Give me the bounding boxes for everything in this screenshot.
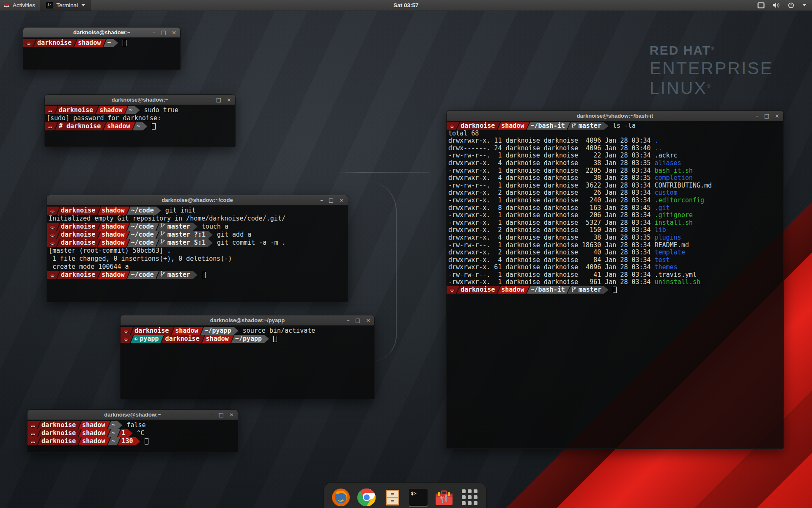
window-titlebar[interactable]: darknoise@shadow:~–□×: [23, 28, 180, 38]
maximize-button[interactable]: □: [161, 30, 166, 35]
close-button[interactable]: ×: [775, 113, 779, 119]
dock-item-files[interactable]: [383, 488, 402, 507]
close-button[interactable]: ×: [227, 97, 231, 102]
dock-item-terminal[interactable]: $>: [409, 488, 428, 507]
power-icon[interactable]: [788, 2, 794, 8]
terminal-output-line: -rwxrwxr-x. 1 darknoise darknoise 240 Ja…: [447, 197, 783, 204]
file-name: custom: [655, 189, 678, 196]
command-text: ls -la: [613, 122, 636, 130]
prompt-segment-host: shadow: [98, 207, 129, 215]
terminal-output-line: drwxrwxr-x. 2 darknoise darknoise 26 Jan…: [447, 189, 783, 197]
minimize-button[interactable]: –: [208, 97, 211, 102]
terminal-content[interactable]: darknoiseshadow~: [23, 38, 180, 69]
dock-item-toolbox[interactable]: [434, 488, 454, 507]
window-titlebar[interactable]: darknoise@shadow:~–□×: [27, 410, 238, 420]
file-name: lib: [655, 226, 666, 234]
command-text: git init: [165, 207, 196, 215]
maximize-button[interactable]: □: [764, 113, 769, 119]
close-button[interactable]: ×: [229, 412, 234, 417]
close-button[interactable]: ×: [172, 30, 176, 35]
terminal-window-code[interactable]: darknoise@shadow:~/code–□×darknoiseshado…: [47, 195, 348, 302]
terminal-output-line: -rwxrwxr-x. 1 darknoise darknoise 2205 J…: [447, 167, 783, 175]
prompt-segment-user: darknoise: [457, 122, 500, 130]
dock-item-firefox[interactable]: [331, 488, 351, 507]
terminal-output-line: drwxrwxr-x. 4 darknoise darknoise 84 Jan…: [447, 257, 783, 264]
prompt-segment-host: shadow: [497, 286, 529, 294]
minimize-button[interactable]: –: [347, 318, 350, 323]
terminal-window-pyapp[interactable]: darknoise@shadow:~/pyapp–□×darknoiseshad…: [120, 315, 375, 399]
prompt-segment-host: shadow: [497, 122, 529, 130]
file-name: .travis.yml: [655, 271, 697, 279]
git-branch-icon: [571, 122, 576, 130]
maximize-button[interactable]: □: [329, 197, 334, 203]
command-text: false: [127, 421, 146, 429]
terminal-window-bash-it[interactable]: darknoise@shadow:~/bash-it–□×darknoisesh…: [446, 110, 784, 449]
terminal-output-line: drwxrwxr-x. 8 darknoise darknoise 163 Ja…: [447, 204, 783, 212]
terminal-cursor: [123, 40, 126, 46]
terminal-content[interactable]: darknoiseshadow~/pyappsource bin/activat…: [121, 326, 374, 399]
chevron-down-icon: [82, 4, 85, 6]
python-icon: ☯: [134, 335, 137, 343]
clock[interactable]: Sat 03:57: [0, 2, 812, 8]
close-button[interactable]: ×: [339, 197, 344, 203]
files-icon: [383, 488, 402, 507]
file-name: bash_it.sh: [655, 167, 693, 174]
minimize-button[interactable]: –: [320, 197, 323, 203]
terminal-prompt-line: darknoiseshadow~1^C: [27, 429, 238, 437]
terminal-output-line: -rwxrwxr-x. 1 darknoise darknoise 961 Ja…: [447, 279, 783, 286]
git-branch-icon: [160, 239, 165, 247]
prompt-segment-path: ~: [107, 421, 122, 429]
file-name: plugins: [655, 234, 681, 241]
prompt-segment-user: darknoise: [33, 39, 77, 47]
maximize-button[interactable]: □: [216, 97, 221, 102]
prompt-segment-user: # darknoise: [55, 122, 106, 130]
prompt-segment-host: shadow: [78, 437, 110, 445]
terminal-window-home-2[interactable]: darknoise@shadow:~–□×darknoiseshadow~fal…: [27, 409, 238, 453]
git-branch-icon: [160, 223, 165, 231]
window-title: darknoise@shadow:~: [112, 97, 168, 103]
prompt-segment-path: ~/code: [127, 231, 159, 239]
file-name: CONTRIBUTING.md: [655, 182, 712, 189]
minimize-button[interactable]: –: [153, 30, 156, 35]
terminal-output-line: -rw-rw-r--. 1 darknoise darknoise 22 Jan…: [447, 152, 783, 160]
terminal-window-home-1[interactable]: darknoise@shadow:~–□×darknoiseshadow~: [23, 27, 181, 70]
terminal-prompt-line: darknoiseshadow~/codemaster: [47, 271, 348, 279]
terminal-content[interactable]: darknoiseshadow~/bash-itmasterls -latota…: [447, 121, 783, 448]
prompt-segment-host: shadow: [202, 335, 234, 343]
firefox-icon: [331, 488, 351, 507]
window-titlebar[interactable]: darknoise@shadow:~–□×: [45, 95, 235, 105]
prompt-segment-path: ~: [133, 122, 148, 130]
window-titlebar[interactable]: darknoise@shadow:~/code–□×: [47, 195, 348, 205]
dock-item-app-grid[interactable]: [460, 488, 480, 507]
app-menu-label: Terminal: [56, 2, 78, 8]
terminal-output-line: create mode 100644 a: [47, 263, 348, 271]
terminal-content[interactable]: darknoiseshadow~falsedarknoiseshadow~1^C…: [27, 420, 238, 452]
activities-button[interactable]: Activities: [0, 0, 40, 11]
dock-item-chrome[interactable]: [357, 488, 376, 507]
terminal-window-sudo[interactable]: darknoise@shadow:~–□×darknoiseshadow~sud…: [44, 94, 236, 147]
maximize-button[interactable]: □: [219, 412, 224, 417]
terminal-prompt-line: darknoiseshadow~sudo true: [45, 106, 235, 114]
window-titlebar[interactable]: darknoise@shadow:~/pyapp–□×: [121, 315, 374, 326]
terminal-content[interactable]: darknoiseshadow~/codegit initInitialized…: [47, 205, 348, 302]
terminal-prompt-line: darknoiseshadow~false: [27, 421, 238, 429]
command-text: git add a: [217, 231, 251, 239]
prompt-segment-user: darknoise: [38, 437, 81, 445]
maximize-button[interactable]: □: [355, 318, 360, 323]
window-titlebar[interactable]: darknoise@shadow:~/bash-it–□×: [447, 111, 783, 121]
prompt-segment-host: shadow: [103, 122, 135, 130]
prompt-segment-venv: ☯pyapp: [131, 335, 164, 343]
minimize-button[interactable]: –: [756, 113, 759, 119]
terminal-content[interactable]: darknoiseshadow~sudo true[sudo] password…: [45, 105, 235, 146]
rhel-logo: RED HAT® ENTERPRISE LINUX®: [650, 43, 773, 98]
file-name: uninstall.sh: [655, 278, 700, 286]
chevron-down-icon[interactable]: [803, 4, 806, 6]
terminal-output-line: drwxrwxr-x. 2 darknoise darknoise 150 Ja…: [447, 226, 783, 234]
terminal-prompt-line: darknoiseshadow~: [23, 39, 180, 47]
app-menu-terminal[interactable]: $> Terminal: [40, 0, 91, 11]
volume-icon[interactable]: [772, 2, 780, 8]
chrome-icon: [357, 488, 376, 507]
minimize-button[interactable]: –: [210, 412, 213, 417]
display-icon[interactable]: [757, 2, 765, 8]
close-button[interactable]: ×: [366, 318, 370, 323]
